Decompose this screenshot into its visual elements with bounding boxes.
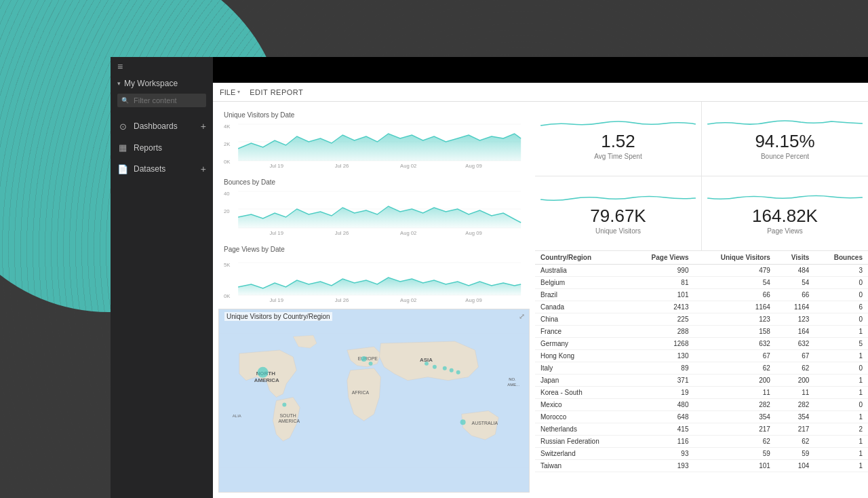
sidebar-item-dashboards[interactable]: ⊙ Dashboards + <box>111 115 213 137</box>
cell-value: 104 <box>776 460 814 472</box>
col-uniquevisitors: Unique Visitors <box>694 251 775 265</box>
unique-visitors-svg: 4K 2K 0K Jul 19 Jul 26 Aug 02 Aug 09 <box>224 121 524 169</box>
avg-time-kpi: 1.52 Avg Time Spent <box>535 102 702 176</box>
cell-value: 1 <box>814 350 868 362</box>
table-body: Australia9904794843Belgium8154540Brazil1… <box>535 265 868 472</box>
cell-value: 101 <box>694 460 775 472</box>
avg-time-sparkline <box>540 117 696 130</box>
table-row: Korea - South1911111 <box>535 387 868 399</box>
table-row: Australia9904794843 <box>535 265 868 277</box>
cell-value: 484 <box>776 265 814 277</box>
workspace-label: My Workspace <box>124 79 178 88</box>
kpi-row-2: 79.67K Unique Visitors 164.82K Page View… <box>535 176 868 251</box>
charts-left-panel: Unique Visitors by Date 4K 2K 0K Jul 19 … <box>213 102 535 498</box>
cell-country: Brazil <box>535 289 629 301</box>
cell-value: 0 <box>814 313 868 326</box>
cell-value: 1 <box>814 375 868 387</box>
svg-point-47 <box>460 419 466 425</box>
hamburger-menu-button[interactable]: ≡ <box>111 57 213 76</box>
table-row: China2251231230 <box>535 313 868 326</box>
datasets-label: Datasets <box>134 164 165 174</box>
svg-text:Jul 19: Jul 19 <box>269 230 283 236</box>
cell-value: 1 <box>814 436 868 448</box>
cell-value: 1 <box>814 326 868 338</box>
bounce-percent-kpi: 94.15% Bounce Percent <box>702 102 868 176</box>
cell-value: 2 <box>814 423 868 436</box>
cell-value: 62 <box>694 436 775 448</box>
cell-country: Australia <box>535 265 629 277</box>
add-dataset-button[interactable]: + <box>201 164 206 174</box>
svg-text:AFRICA: AFRICA <box>352 390 370 395</box>
workspace-header[interactable]: ▾ My Workspace <box>117 79 206 88</box>
svg-text:ALIA: ALIA <box>233 414 241 418</box>
svg-text:Jul 19: Jul 19 <box>269 297 283 303</box>
cell-value: 648 <box>629 411 694 423</box>
cell-value: 158 <box>694 326 775 338</box>
cell-value: 62 <box>776 436 814 448</box>
svg-text:Aug 09: Aug 09 <box>465 163 481 169</box>
world-map-svg: NORTH AMERICA SOUTH AMERICA AFRICA EUROP… <box>219 309 529 492</box>
cell-country: Switzerland <box>535 448 629 460</box>
cell-value: 371 <box>629 375 694 387</box>
svg-text:AMERICA: AMERICA <box>254 377 279 383</box>
cell-value: 1268 <box>629 338 694 350</box>
avg-time-value: 1.52 <box>601 132 635 150</box>
cell-value: 415 <box>629 423 694 436</box>
cell-value: 123 <box>694 313 775 326</box>
sidebar-item-reports[interactable]: ▦ Reports <box>111 137 213 158</box>
cell-country: China <box>535 313 629 326</box>
edit-report-button[interactable]: EDIT REPORT <box>250 88 303 96</box>
cell-value: 0 <box>814 277 868 289</box>
table-row: France2881581641 <box>535 326 868 338</box>
unique-visitors-title: Unique Visitors by Date <box>224 111 524 119</box>
cell-value: 89 <box>629 362 694 375</box>
cell-value: 67 <box>694 350 775 362</box>
cell-value: 1 <box>814 448 868 460</box>
cell-value: 200 <box>776 375 814 387</box>
table-row: Brazil10166660 <box>535 289 868 301</box>
dashboards-label: Dashboards <box>134 121 178 131</box>
reports-label: Reports <box>134 143 162 153</box>
svg-text:0K: 0K <box>224 293 231 299</box>
cell-country: Taiwan <box>535 460 629 472</box>
page-views-kpi: 164.82K Page Views <box>702 176 868 250</box>
page-views-title: Page Views by Date <box>224 246 524 253</box>
table-row: Netherlands4152172172 <box>535 423 868 436</box>
table-header-row: Country/Region Page Views Unique Visitor… <box>535 251 868 265</box>
sidebar-item-datasets[interactable]: 📄 Datasets + <box>111 158 213 180</box>
unique-visitors-chart-card: Unique Visitors by Date 4K 2K 0K Jul 19 … <box>218 107 530 172</box>
filter-input[interactable] <box>117 94 206 107</box>
table-row: Japan3712002001 <box>535 375 868 387</box>
cell-value: 1164 <box>776 301 814 313</box>
topbar: Power BI <box>111 57 868 83</box>
datasets-icon: 📄 <box>117 164 128 174</box>
cell-country: Canada <box>535 301 629 313</box>
cell-country: Hong Kong <box>535 350 629 362</box>
page-views-chart: 5K 0K Jul 19 Jul 26 Aug 02 Aug 09 <box>224 256 524 303</box>
add-dashboard-button[interactable]: + <box>201 121 206 132</box>
svg-text:Jul 26: Jul 26 <box>335 163 349 169</box>
unique-visitors-label: Unique Visitors <box>595 227 641 235</box>
cell-value: 282 <box>776 399 814 411</box>
country-data-table: Country/Region Page Views Unique Visitor… <box>535 251 868 472</box>
table-row: Taiwan1931011041 <box>535 460 868 472</box>
page-views-label: Page Views <box>767 227 803 235</box>
cell-value: 93 <box>629 448 694 460</box>
bounce-sparkline <box>707 117 863 130</box>
cell-country: France <box>535 326 629 338</box>
unique-visitors-chart: 4K 2K 0K Jul 19 Jul 26 Aug 02 Aug 09 <box>224 121 524 169</box>
map-expand-icon[interactable]: ⤢ <box>519 312 525 321</box>
map-card: Unique Visitors by Country/Region ⤢ <box>218 309 530 493</box>
table-row: Russian Federation11662621 <box>535 436 868 448</box>
cell-value: 479 <box>694 265 775 277</box>
file-menu-button[interactable]: FILE ▾ <box>220 88 240 96</box>
map-title: Unique Visitors by Country/Region <box>224 312 332 321</box>
cell-country: Russian Federation <box>535 436 629 448</box>
table-row: Belgium8154540 <box>535 277 868 289</box>
table-row: Hong Kong13067671 <box>535 350 868 362</box>
svg-point-43 <box>433 365 437 369</box>
page-views-value: 164.82K <box>752 207 818 225</box>
cell-country: Germany <box>535 338 629 350</box>
file-chevron-icon: ▾ <box>237 89 240 95</box>
bounces-chart-card: Bounces by Date 40 20 Jul 19 Jul 26 Aug … <box>218 174 530 239</box>
